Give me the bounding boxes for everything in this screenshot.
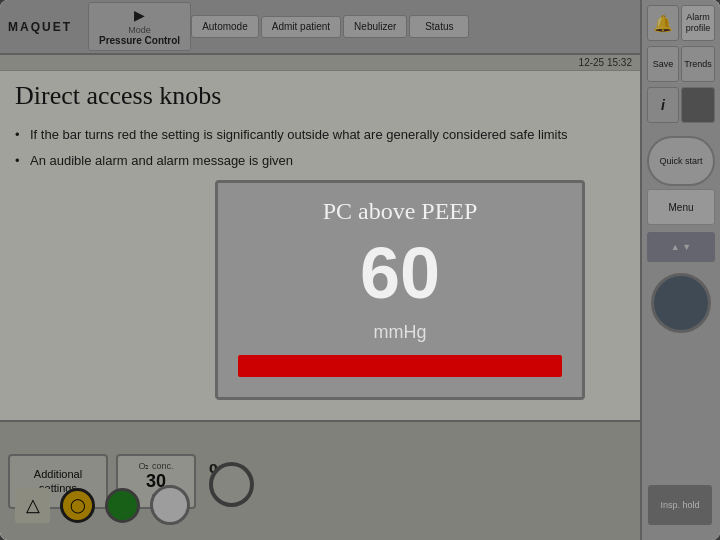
popup-overlay: PC above PEEP 60 mmHg	[0, 0, 720, 540]
device-frame: MAQUET ▶ Mode Pressure Control Automode …	[0, 0, 720, 540]
popup-unit: mmHg	[374, 322, 427, 343]
popup-value: 60	[360, 237, 440, 309]
popup-title: PC above PEEP	[323, 198, 478, 225]
popup-red-bar	[238, 355, 562, 377]
popup-box: PC above PEEP 60 mmHg	[215, 180, 585, 400]
